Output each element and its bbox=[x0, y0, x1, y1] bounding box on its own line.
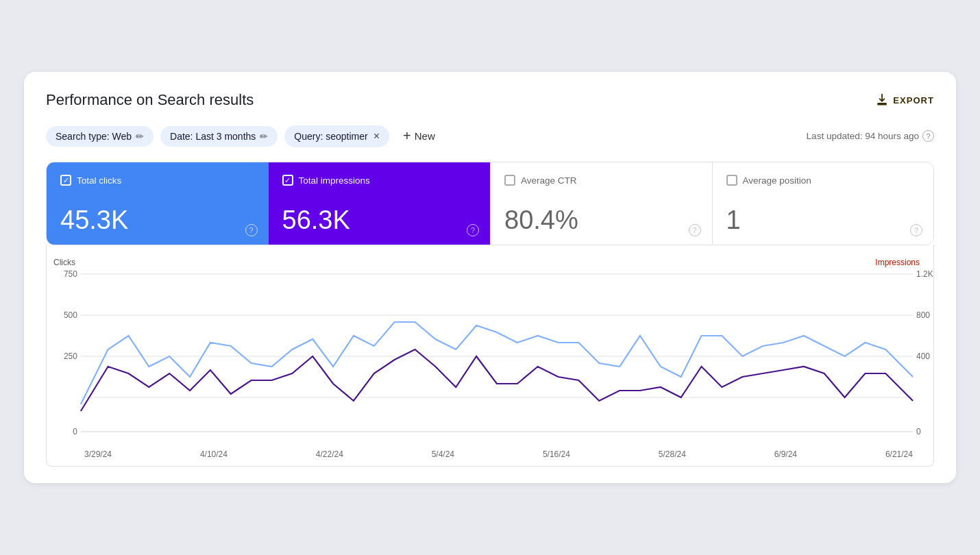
metric-avg-ctr[interactable]: Average CTR 80.4% ? bbox=[490, 162, 712, 245]
last-updated-text: Last updated: 94 hours ago bbox=[807, 131, 919, 141]
chart-right-label: Impressions bbox=[875, 258, 920, 267]
export-label: EXPORT bbox=[893, 95, 934, 106]
x-label-4: 5/4/24 bbox=[432, 449, 454, 459]
clicks-line bbox=[81, 322, 913, 404]
metric-label: Average position bbox=[726, 175, 920, 186]
svg-text:1.2K: 1.2K bbox=[916, 269, 933, 279]
chart-container: Clicks Impressions 750 500 250 0 1.2K 80… bbox=[46, 245, 934, 467]
metric-label: Average CTR bbox=[504, 175, 698, 186]
chart-axis-labels: Clicks Impressions bbox=[53, 258, 927, 267]
search-type-filter[interactable]: Search type: Web ✏ bbox=[46, 126, 154, 147]
metric-label: Total clicks bbox=[60, 175, 255, 186]
help-icon-position[interactable]: ? bbox=[910, 224, 922, 236]
close-icon[interactable]: × bbox=[373, 130, 380, 143]
metric-avg-position[interactable]: Average position 1 ? bbox=[712, 162, 934, 245]
x-label-8: 6/21/24 bbox=[885, 449, 913, 459]
svg-text:800: 800 bbox=[916, 310, 930, 320]
x-label-5: 5/16/24 bbox=[543, 449, 570, 459]
metric-value-impressions: 56.3K bbox=[282, 206, 477, 235]
help-icon-clicks[interactable]: ? bbox=[245, 224, 258, 236]
svg-text:750: 750 bbox=[64, 269, 77, 279]
checkbox-clicks[interactable] bbox=[60, 175, 71, 186]
chart-svg-wrapper: 750 500 250 0 1.2K 800 400 0 bbox=[53, 267, 927, 448]
svg-text:0: 0 bbox=[916, 427, 921, 436]
x-label-1: 3/29/24 bbox=[84, 449, 112, 459]
checkbox-ctr[interactable] bbox=[504, 175, 515, 186]
edit-icon-date: ✏ bbox=[260, 131, 268, 142]
metric-label-text: Total clicks bbox=[77, 175, 121, 186]
help-icon[interactable]: ? bbox=[922, 130, 934, 142]
last-updated: Last updated: 94 hours ago ? bbox=[807, 130, 934, 142]
main-card: Performance on Search results EXPORT Sea… bbox=[24, 72, 956, 483]
svg-text:0: 0 bbox=[73, 427, 77, 436]
page-title: Performance on Search results bbox=[46, 91, 254, 109]
new-filter-button[interactable]: + New bbox=[396, 124, 442, 148]
metric-total-impressions[interactable]: Total impressions 56.3K ? bbox=[269, 162, 491, 245]
performance-chart: 750 500 250 0 1.2K 800 400 0 bbox=[53, 267, 927, 445]
metric-label-text: Average position bbox=[743, 175, 811, 186]
query-filter[interactable]: Query: seoptimer × bbox=[284, 125, 389, 147]
metric-value-position: 1 bbox=[726, 206, 920, 235]
help-icon-impressions[interactable]: ? bbox=[467, 224, 479, 236]
x-label-7: 6/9/24 bbox=[774, 449, 797, 459]
date-label: Date: Last 3 months bbox=[170, 131, 256, 142]
metric-label-text: Total impressions bbox=[299, 175, 370, 186]
header: Performance on Search results EXPORT bbox=[46, 91, 934, 109]
metric-total-clicks[interactable]: Total clicks 45.3K ? bbox=[47, 162, 269, 245]
x-axis-labels: 3/29/24 4/10/24 4/22/24 5/4/24 5/16/24 5… bbox=[53, 448, 927, 466]
checkbox-impressions[interactable] bbox=[282, 175, 293, 186]
export-icon bbox=[875, 93, 889, 107]
svg-text:250: 250 bbox=[64, 352, 77, 361]
metric-value-clicks: 45.3K bbox=[60, 206, 255, 235]
metric-value-ctr: 80.4% bbox=[504, 206, 698, 235]
date-filter[interactable]: Date: Last 3 months ✏ bbox=[160, 126, 278, 147]
checkbox-position[interactable] bbox=[726, 175, 737, 186]
metrics-row: Total clicks 45.3K ? Total impressions 5… bbox=[46, 162, 934, 245]
x-label-3: 4/22/24 bbox=[316, 449, 343, 459]
impressions-line bbox=[81, 349, 913, 411]
plus-icon: + bbox=[403, 128, 411, 144]
new-label: New bbox=[415, 130, 435, 142]
edit-icon: ✏ bbox=[136, 131, 144, 142]
svg-text:400: 400 bbox=[916, 352, 930, 361]
chart-left-label: Clicks bbox=[53, 258, 75, 267]
search-type-label: Search type: Web bbox=[56, 131, 132, 142]
query-label: Query: seoptimer bbox=[294, 131, 367, 142]
metric-label-text: Average CTR bbox=[521, 175, 577, 186]
export-button[interactable]: EXPORT bbox=[875, 93, 934, 107]
filters-bar: Search type: Web ✏ Date: Last 3 months ✏… bbox=[46, 124, 934, 148]
help-icon-ctr[interactable]: ? bbox=[689, 224, 701, 236]
metric-label: Total impressions bbox=[282, 175, 477, 186]
x-label-6: 5/28/24 bbox=[659, 449, 686, 459]
svg-text:500: 500 bbox=[64, 310, 77, 320]
x-label-2: 4/10/24 bbox=[200, 449, 228, 459]
